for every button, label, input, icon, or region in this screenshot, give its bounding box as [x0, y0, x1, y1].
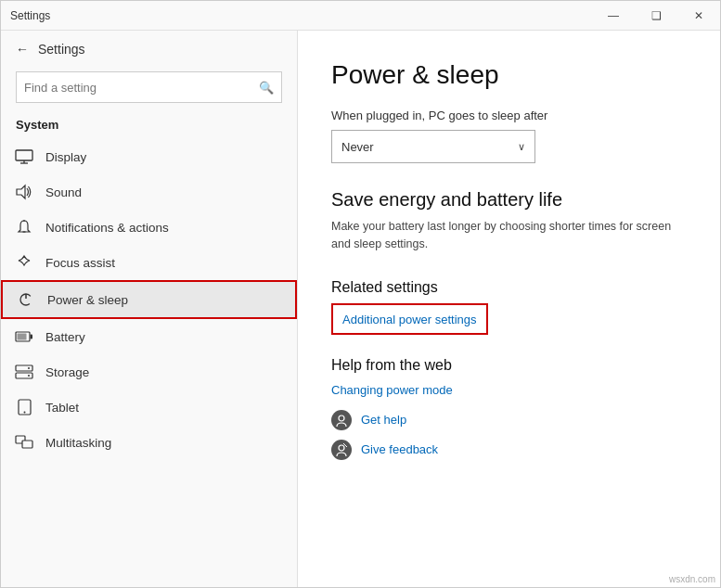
- minimize-button[interactable]: —: [592, 1, 635, 31]
- give-feedback-icon: [331, 440, 352, 460]
- focus-icon: [16, 254, 32, 271]
- sidebar-item-storage[interactable]: Storage: [1, 354, 297, 390]
- additional-power-settings-link[interactable]: Additional power settings: [342, 313, 477, 326]
- svg-rect-12: [16, 373, 32, 378]
- svg-rect-11: [16, 365, 32, 371]
- related-settings-title: Related settings: [331, 279, 687, 296]
- close-button[interactable]: ✕: [677, 1, 720, 31]
- svg-rect-10: [18, 334, 27, 340]
- sidebar-item-label-focus: Focus assist: [45, 256, 115, 270]
- save-energy-section: Save energy and battery life Make your b…: [331, 189, 687, 253]
- battery-icon: [16, 328, 32, 345]
- get-help-item: Get help: [331, 410, 687, 430]
- sidebar: ← Settings 🔍 System Display: [1, 31, 298, 587]
- svg-point-19: [339, 415, 344, 421]
- sidebar-item-label-tablet: Tablet: [45, 401, 79, 415]
- sidebar-item-label-power: Power & sleep: [47, 293, 128, 307]
- changing-power-mode-link[interactable]: Changing power mode: [331, 383, 687, 397]
- sidebar-item-display[interactable]: Display: [1, 139, 297, 174]
- sidebar-item-label-storage: Storage: [45, 365, 89, 379]
- sidebar-item-multitasking[interactable]: Multitasking: [1, 425, 297, 460]
- sidebar-item-label-sound: Sound: [45, 185, 82, 199]
- svg-rect-18: [22, 441, 32, 448]
- sidebar-item-label-notifications: Notifications & actions: [45, 221, 169, 235]
- back-arrow-icon: ←: [16, 42, 29, 57]
- sidebar-back-button[interactable]: ← Settings: [1, 31, 297, 68]
- title-bar-left: Settings: [10, 9, 50, 22]
- storage-icon: [16, 364, 32, 380]
- svg-point-16: [23, 412, 25, 414]
- power-icon: [18, 291, 34, 308]
- search-input[interactable]: [24, 81, 259, 95]
- svg-rect-9: [31, 335, 33, 339]
- help-title: Help from the web: [331, 357, 687, 374]
- save-energy-desc: Make your battery last longer by choosin…: [331, 218, 687, 253]
- give-feedback-item: Give feedback: [331, 440, 687, 460]
- chevron-down-icon: ∨: [518, 141, 525, 153]
- maximize-button[interactable]: ❑: [635, 1, 677, 31]
- give-feedback-link[interactable]: Give feedback: [361, 442, 438, 456]
- sidebar-title: Settings: [38, 42, 85, 57]
- page-title: Power & sleep: [331, 60, 687, 90]
- notifications-icon: [16, 219, 32, 236]
- additional-power-link-box: Additional power settings: [331, 303, 488, 335]
- window-title: Settings: [10, 9, 50, 22]
- svg-point-14: [28, 375, 30, 377]
- svg-point-13: [28, 367, 30, 369]
- display-icon: [16, 148, 32, 165]
- sleep-value: Never: [341, 140, 374, 154]
- title-bar: Settings — ❑ ✕: [1, 1, 720, 31]
- sidebar-item-notifications[interactable]: Notifications & actions: [1, 210, 297, 245]
- tablet-icon: [16, 399, 32, 415]
- svg-marker-3: [17, 185, 25, 198]
- sidebar-item-label-multitasking: Multitasking: [45, 436, 111, 450]
- title-controls: — ❑ ✕: [592, 1, 720, 31]
- sleep-label: When plugged in, PC goes to sleep after: [331, 109, 687, 122]
- watermark: wsxdn.com: [669, 574, 715, 584]
- search-icon: 🔍: [259, 81, 274, 95]
- sidebar-item-focus[interactable]: Focus assist: [1, 245, 297, 280]
- sidebar-item-label-battery: Battery: [45, 330, 85, 344]
- svg-rect-0: [16, 150, 32, 160]
- related-settings-section: Related settings Additional power settin…: [331, 279, 687, 357]
- save-energy-title: Save energy and battery life: [331, 189, 687, 211]
- sidebar-item-tablet[interactable]: Tablet: [1, 390, 297, 425]
- settings-window: Settings — ❑ ✕ ← Settings 🔍 System: [0, 0, 721, 588]
- sidebar-item-label-display: Display: [45, 150, 86, 164]
- search-box[interactable]: 🔍: [16, 71, 282, 103]
- svg-point-20: [339, 445, 344, 451]
- main-content: Power & sleep When plugged in, PC goes t…: [298, 31, 720, 587]
- sleep-dropdown[interactable]: Never ∨: [331, 130, 535, 163]
- sidebar-item-power[interactable]: Power & sleep: [1, 280, 297, 319]
- help-section: Help from the web Changing power mode Ge…: [331, 357, 687, 460]
- sound-icon: [16, 184, 32, 200]
- get-help-link[interactable]: Get help: [361, 413, 406, 427]
- get-help-icon: [331, 410, 352, 430]
- sidebar-item-sound[interactable]: Sound: [1, 174, 297, 210]
- system-section-label: System: [1, 114, 297, 139]
- sidebar-item-battery[interactable]: Battery: [1, 319, 297, 354]
- content-area: ← Settings 🔍 System Display: [1, 31, 720, 587]
- multitasking-icon: [16, 434, 32, 451]
- sleep-setting-row: When plugged in, PC goes to sleep after …: [331, 109, 687, 163]
